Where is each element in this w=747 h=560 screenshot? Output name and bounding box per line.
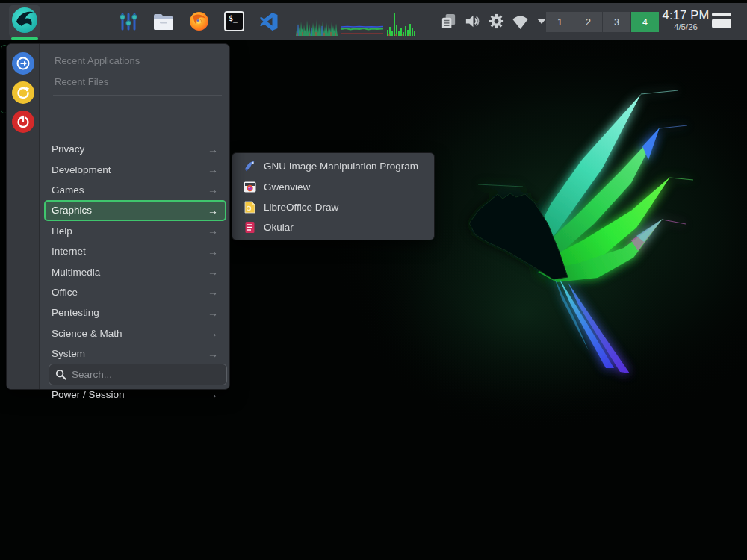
menu-separator <box>53 95 222 96</box>
logout-button[interactable] <box>12 52 34 75</box>
clock-widget[interactable]: 4:17 PM 4/5/26 <box>657 8 714 31</box>
menu-category-games[interactable]: Games → <box>44 180 226 200</box>
disk-monitor-graph[interactable] <box>386 10 416 37</box>
arrow-right-icon: → <box>208 184 218 196</box>
top-panel: $_ <box>0 3 747 40</box>
file-manager-icon[interactable] <box>153 13 174 31</box>
menu-content: Recent Applications Recent Files Privacy… <box>40 44 229 389</box>
workspace-pager: 1 2 3 4 <box>546 12 659 32</box>
arrow-right-icon: → <box>208 164 218 175</box>
desktop: $_ <box>0 0 747 560</box>
submenu-item-gwenview[interactable]: Gwenview <box>232 176 434 196</box>
menu-category-privacy[interactable]: Privacy → <box>44 139 226 159</box>
cpu-monitor-graph[interactable] <box>296 10 338 37</box>
application-menu: Recent Applications Recent Files Privacy… <box>6 43 230 390</box>
gimp-icon <box>244 160 256 172</box>
network-monitor-graph[interactable] <box>341 10 383 37</box>
launcher-active-indicator <box>11 37 38 40</box>
recent-applications-item[interactable]: Recent Applications <box>40 50 229 71</box>
submenu-item-libreoffice-draw[interactable]: LibreOffice Draw <box>232 197 434 217</box>
menu-category-graphics-selected[interactable]: Graphics → <box>44 200 226 220</box>
arrow-right-icon: → <box>208 246 218 258</box>
arrow-right-icon: → <box>208 266 218 278</box>
menu-category-system[interactable]: System → <box>44 343 226 364</box>
menu-search-box <box>49 364 227 385</box>
arrow-right-icon: → <box>208 307 218 319</box>
libreoffice-draw-icon <box>244 201 256 214</box>
recent-files-item[interactable]: Recent Files <box>40 71 229 92</box>
restart-button[interactable] <box>12 81 34 104</box>
session-sidebar <box>7 44 40 389</box>
shutdown-button[interactable] <box>12 111 34 133</box>
workspace-4-active[interactable]: 4 <box>631 12 659 32</box>
arrow-right-icon: → <box>208 205 218 217</box>
clock-time: 4:17 PM <box>657 8 714 22</box>
submenu-item-okular[interactable]: Okular <box>232 217 434 237</box>
terminal-glyph: $_ <box>229 14 238 22</box>
workspace-1[interactable]: 1 <box>546 12 574 32</box>
menu-category-help[interactable]: Help → <box>44 221 226 241</box>
settings-gear-icon[interactable] <box>488 13 505 30</box>
network-wifi-icon[interactable] <box>512 13 529 30</box>
arrow-right-icon: → <box>208 327 218 339</box>
arrow-right-icon: → <box>208 388 218 400</box>
app-launcher-button[interactable] <box>9 5 40 37</box>
menu-category-internet[interactable]: Internet → <box>44 241 226 261</box>
menu-category-development[interactable]: Development → <box>44 159 226 179</box>
parrot-logo-icon <box>10 6 39 37</box>
menu-category-power-session[interactable]: Power / Session → <box>44 385 226 405</box>
vscode-icon[interactable] <box>259 12 279 31</box>
menu-category-pentesting[interactable]: Pentesting → <box>44 302 226 323</box>
terminal-icon[interactable]: $_ <box>224 11 244 31</box>
firefox-icon[interactable] <box>189 11 209 31</box>
submenu-item-gimp[interactable]: GNU Image Manipulation Program <box>232 156 434 176</box>
menu-category-office[interactable]: Office → <box>44 282 226 302</box>
clock-date: 4/5/26 <box>657 22 714 31</box>
show-panel-icon[interactable] <box>712 13 733 30</box>
workspace-2[interactable]: 2 <box>574 12 602 32</box>
menu-category-science-math[interactable]: Science & Math → <box>44 323 226 343</box>
volume-icon[interactable] <box>464 13 481 30</box>
mixer-icon[interactable] <box>119 12 138 31</box>
clipboard-icon[interactable] <box>440 13 457 30</box>
arrow-right-icon: → <box>208 225 218 237</box>
search-input[interactable] <box>72 369 220 380</box>
okular-icon <box>244 221 256 234</box>
graphics-submenu: GNU Image Manipulation Program Gwenview <box>232 152 435 240</box>
search-icon <box>55 369 66 380</box>
gwenview-icon <box>244 181 256 193</box>
tray-expand-chevron-icon[interactable] <box>537 19 546 24</box>
arrow-right-icon: → <box>208 286 218 298</box>
menu-category-multimedia[interactable]: Multimedia → <box>44 261 226 281</box>
workspace-3[interactable]: 3 <box>603 12 630 32</box>
arrow-right-icon: → <box>208 143 218 155</box>
arrow-right-icon: → <box>208 348 218 360</box>
